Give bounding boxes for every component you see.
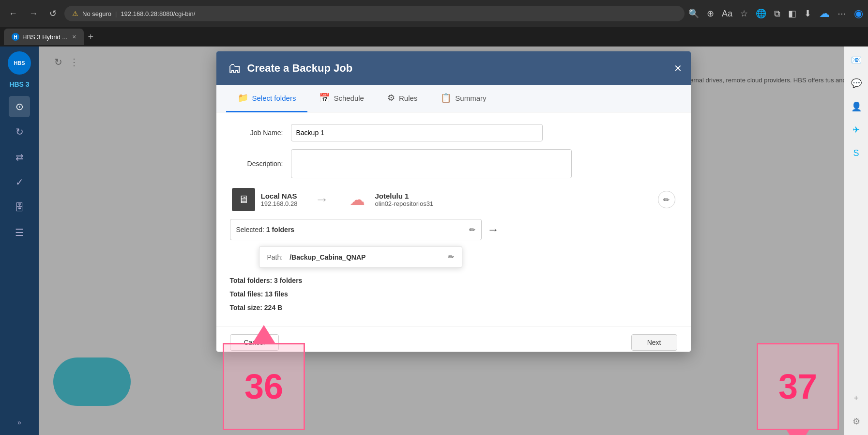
app-title: HBS 3 [9, 80, 29, 88]
browser-toolbar-icons: 🔍 ⊕ Aa ☆ 🌐 ⧉ ◧ ⬇ ☁ ⋯ ◉ [688, 7, 863, 20]
cloud-dest-icon: ☁ [346, 188, 369, 211]
tab-rules-icon: ⚙ [387, 93, 395, 103]
annotation-37: 37 [757, 343, 839, 430]
dest-edit-button[interactable]: ✏ [658, 191, 675, 208]
modal-body: Job Name: Description: 🖥 Local NAS [216, 112, 691, 326]
sidebar-item-dashboard[interactable]: ⊙ [9, 96, 30, 117]
read-icon[interactable]: Aa [722, 9, 732, 19]
teams-icon[interactable]: 💬 [848, 75, 865, 92]
security-text: No seguro [82, 10, 111, 17]
total-files-row: Total files: 13 files [230, 287, 677, 301]
skype-icon[interactable]: S [848, 144, 865, 162]
tab-schedule[interactable]: 📅 Schedule [307, 85, 376, 112]
total-files-value: 13 files [265, 290, 288, 298]
description-label: Description: [230, 160, 283, 168]
tab-close-button[interactable]: × [72, 33, 76, 41]
messenger-icon[interactable]: ✈ [848, 121, 865, 139]
reload-button[interactable]: ↺ [46, 6, 61, 21]
active-tab[interactable]: H HBS 3 Hybrid ... × [4, 29, 84, 45]
sidebar-item-log[interactable]: ☰ [9, 222, 30, 243]
modal-footer: Cancel Next [216, 326, 691, 352]
tab-rules-label: Rules [399, 94, 417, 102]
people-icon[interactable]: 👤 [848, 98, 865, 115]
zoom-icon[interactable]: ⊕ [707, 8, 714, 19]
tab-favicon: H [12, 33, 19, 41]
tab-summary[interactable]: 📋 Summary [429, 85, 498, 112]
dest-box: ☁ Jotelulu 1 olin02-repositorios31 [346, 188, 433, 211]
sidebar-expand-button[interactable]: » [14, 415, 25, 430]
search-browser-icon[interactable]: 🔍 [688, 8, 699, 19]
main-area: HBS HBS 3 ⊙ ↻ ⇄ ✓ 🗄 ☰ » ↻ ⋮ ration. Supp… [0, 47, 868, 435]
total-size-value: 224 B [264, 304, 282, 311]
modal-close-button[interactable]: ✕ [674, 62, 682, 74]
source-label: Local NAS [261, 192, 298, 200]
path-value: /Backup_Cabina_QNAP [289, 253, 365, 261]
dest-label: Jotelulu 1 [375, 192, 433, 200]
tab-summary-label: Summary [455, 94, 486, 102]
modal-header-icon: 🗂 [228, 60, 242, 76]
total-folders-value: 3 folders [274, 277, 302, 284]
sidebar-item-tasks[interactable]: ✓ [9, 171, 30, 193]
modal-tabs: 📁 Select folders 📅 Schedule ⚙ Rules 📋 Su… [216, 85, 691, 112]
tab-schedule-label: Schedule [334, 94, 364, 102]
total-folders-row: Total folders: 3 folders [230, 274, 677, 287]
description-row: Description: [230, 149, 677, 178]
sidebar-item-sync[interactable]: ↻ [9, 121, 30, 142]
total-size-label: Total size: [230, 304, 262, 311]
collections-icon[interactable]: ◧ [788, 8, 796, 19]
url-text: 192.168.0.28:8080/cgi-bin/ [121, 10, 195, 17]
favorites-icon[interactable]: ☆ [740, 8, 748, 19]
sidebar-item-transfer[interactable]: ⇄ [9, 146, 30, 168]
total-folders-label: Total folders: [230, 277, 273, 284]
tab-title: HBS 3 Hybrid ... [22, 33, 67, 41]
split-view-icon[interactable]: ⧉ [774, 9, 780, 19]
selected-edit-icon[interactable]: ✏ [469, 225, 475, 234]
outlook-icon[interactable]: 📧 [848, 51, 865, 69]
content-area: ↻ ⋮ ration. Supporting multiple external… [39, 47, 868, 435]
selected-folders-row: Selected: 1 folders ✏ → [230, 219, 677, 240]
job-name-input[interactable] [291, 124, 543, 141]
back-button[interactable]: ← [5, 7, 21, 21]
modal-header: 🗂 Create a Backup Job ✕ [216, 51, 691, 85]
forward-button[interactable]: → [25, 7, 42, 21]
annotation-36-number: 36 [244, 369, 283, 404]
stats-section: Total folders: 3 folders Total files: 13… [230, 274, 677, 314]
tab-select-folders[interactable]: 📁 Select folders [226, 85, 308, 112]
right-panel: 📧 💬 👤 ✈ S + ⚙ [844, 47, 868, 435]
extensions-icon[interactable]: 🌐 [756, 8, 766, 19]
annotation-36: 36 [223, 343, 305, 430]
edge-icon[interactable]: ◉ [854, 7, 863, 20]
dest-path: olin02-repositorios31 [375, 200, 433, 207]
description-textarea[interactable] [291, 149, 572, 178]
tab-rules[interactable]: ⚙ Rules [376, 85, 429, 112]
more-icon[interactable]: ⋯ [838, 8, 846, 19]
path-label: Path: [267, 253, 283, 261]
copilot-icon[interactable]: ☁ [819, 7, 830, 20]
selected-label: Selected: 1 folders [236, 226, 295, 233]
source-dest-row: 🖥 Local NAS 192.168.0.28 → ☁ Jotelulu 1 [230, 188, 677, 211]
app-logo: HBS [8, 51, 31, 75]
source-box: 🖥 Local NAS 192.168.0.28 [232, 188, 298, 211]
arrow-icon: → [315, 192, 328, 207]
source-ip: 192.168.0.28 [261, 200, 298, 207]
modal-overlay: 🗂 Create a Backup Job ✕ 📁 Select folders… [39, 47, 868, 435]
next-button[interactable]: Next [631, 334, 677, 351]
downloads-icon[interactable]: ⬇ [804, 8, 811, 19]
path-edit-button[interactable]: ✏ [448, 252, 454, 262]
new-tab-button[interactable]: + [88, 31, 93, 43]
sidebar: HBS HBS 3 ⊙ ↻ ⇄ ✓ 🗄 ☰ » [0, 47, 39, 435]
tab-summary-icon: 📋 [441, 93, 451, 103]
transfer-arrow-icon: → [487, 223, 499, 236]
address-bar[interactable]: ⚠ No seguro | 192.168.0.28:8080/cgi-bin/ [64, 6, 685, 21]
tab-select-folders-label: Select folders [252, 94, 296, 102]
source-info: Local NAS 192.168.0.28 [261, 192, 298, 207]
sidebar-item-storage[interactable]: 🗄 [9, 197, 30, 218]
total-files-label: Total files: [230, 290, 263, 298]
settings-gear-icon[interactable]: ⚙ [848, 413, 865, 430]
cancel-button[interactable]: Cancel [230, 334, 279, 351]
nas-icon: 🖥 [232, 188, 255, 211]
tab-select-folders-icon: 📁 [238, 93, 248, 103]
add-panel-icon[interactable]: + [848, 389, 865, 407]
job-name-row: Job Name: [230, 124, 677, 141]
path-popup: Path: /Backup_Cabina_QNAP ✏ [259, 246, 462, 268]
